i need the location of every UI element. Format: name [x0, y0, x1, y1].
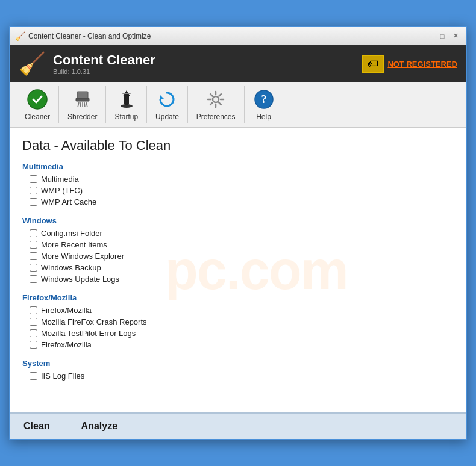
svg-line-18	[210, 94, 213, 96]
reg-badge-icon: 🏷	[362, 55, 384, 73]
list-item: Windows Backup	[30, 263, 451, 272]
toolbar-startup[interactable]: Startup	[106, 86, 147, 123]
svg-line-6	[84, 102, 85, 107]
item-label: Mozilla TestPilot Error Logs	[41, 329, 136, 338]
app-window: 🧹 Content Cleaner - Clean and Optimize —…	[9, 26, 467, 440]
section-title-firefox: Firefox/Mozilla	[22, 293, 451, 302]
section-title-windows: Windows	[22, 216, 451, 225]
checkbox-windows-backup[interactable]	[30, 264, 37, 272]
minimize-button[interactable]: —	[424, 31, 434, 42]
page-title: Data - Available To Clean	[22, 138, 454, 154]
list-item: WMP (TFC)	[30, 186, 451, 195]
toolbar-shredder[interactable]: Shredder	[59, 86, 106, 123]
toolbar-preferences[interactable]: Preferences	[188, 86, 245, 123]
list-item: Config.msi Folder	[30, 229, 451, 238]
checkbox-firefox-crash[interactable]	[30, 318, 37, 326]
toolbar-help[interactable]: ? Help	[245, 86, 283, 123]
item-label: More Windows Explorer	[41, 252, 124, 261]
list-item: More Recent Items	[30, 240, 451, 249]
item-label: Multimedia	[41, 175, 79, 184]
checkbox-windows-update-logs[interactable]	[30, 275, 37, 283]
shredder-icon	[72, 89, 93, 110]
cleaner-icon	[27, 89, 48, 110]
list-item: Firefox/Mozilla	[30, 306, 451, 315]
help-label: Help	[256, 113, 271, 121]
section-system: System IIS Log Files	[22, 359, 451, 381]
preferences-label: Preferences	[196, 113, 236, 121]
checkbox-recent-items[interactable]	[30, 241, 37, 249]
bottom-bar: Clean Analyze	[10, 412, 466, 439]
update-icon	[156, 89, 178, 110]
checkbox-wmp-tfc[interactable]	[30, 187, 37, 194]
analyze-button[interactable]: Analyze	[78, 420, 121, 433]
title-bar-text: Content Cleaner - Clean and Optimize	[28, 32, 420, 40]
header-right: 🏷 NOT REGISTERED	[362, 55, 457, 73]
svg-line-21	[210, 102, 213, 105]
content-inner: Data - Available To Clean Multimedia Mul…	[22, 138, 454, 403]
section-multimedia: Multimedia Multimedia WMP (TFC) WMP Art …	[22, 162, 451, 207]
not-registered-link[interactable]: NOT REGISTERED	[387, 60, 457, 69]
content-area: pc.com Data - Available To Clean Multime…	[10, 128, 466, 412]
svg-marker-12	[160, 95, 164, 99]
svg-line-7	[86, 102, 87, 107]
checkbox-wmp-art[interactable]	[30, 198, 37, 206]
startup-icon	[116, 89, 137, 110]
app-title: Content Cleaner	[53, 52, 155, 68]
list-item: Windows Update Logs	[30, 275, 451, 284]
section-windows: Windows Config.msi Folder More Recent It…	[22, 216, 451, 284]
list-item: Mozilla FireFox Crash Reports	[30, 317, 451, 326]
scroll-container[interactable]: Multimedia Multimedia WMP (TFC) WMP Art …	[22, 162, 454, 403]
list-item: More Windows Explorer	[30, 252, 451, 261]
header-left: 🧹 Content Cleaner Build: 1.0.31	[19, 51, 155, 76]
checkbox-windows-explorer[interactable]	[30, 252, 37, 260]
item-label: More Recent Items	[41, 240, 107, 249]
section-firefox: Firefox/Mozilla Firefox/Mozilla Mozilla …	[22, 293, 451, 349]
svg-point-0	[28, 90, 47, 109]
checkbox-firefox-1[interactable]	[30, 306, 37, 314]
checkbox-testpilot[interactable]	[30, 329, 37, 337]
title-bar-icon: 🧹	[15, 31, 25, 41]
toolbar-cleaner[interactable]: Cleaner	[16, 86, 59, 123]
item-label: WMP Art Cache	[41, 197, 96, 207]
svg-text:?: ?	[261, 93, 266, 105]
preferences-icon	[205, 89, 227, 110]
maximize-button[interactable]: □	[437, 31, 448, 42]
svg-line-20	[219, 94, 221, 96]
svg-line-4	[80, 102, 81, 107]
update-label: Update	[155, 113, 179, 121]
item-label: Firefox/Mozilla	[41, 306, 92, 315]
checkbox-firefox-2[interactable]	[30, 341, 37, 349]
list-item: Firefox/Mozilla	[30, 340, 451, 349]
app-header: 🧹 Content Cleaner Build: 1.0.31 🏷 NOT RE…	[10, 45, 466, 82]
build-label: Build: 1.0.31	[53, 68, 155, 75]
cleaner-label: Cleaner	[25, 113, 50, 121]
toolbar-update[interactable]: Update	[147, 86, 188, 123]
section-title-system: System	[22, 359, 451, 368]
checkbox-multimedia[interactable]	[30, 175, 37, 183]
list-item: WMP Art Cache	[30, 197, 451, 207]
svg-line-19	[219, 102, 221, 105]
svg-point-13	[213, 96, 219, 102]
item-label: Config.msi Folder	[41, 229, 102, 238]
close-button[interactable]: ✕	[450, 31, 461, 42]
item-label: WMP (TFC)	[41, 186, 83, 195]
checkbox-config-msi[interactable]	[30, 229, 37, 237]
toolbar: Cleaner Shredder	[10, 82, 466, 128]
list-item: Mozilla TestPilot Error Logs	[30, 329, 451, 338]
item-label: IIS Log Files	[41, 371, 84, 381]
broom-icon: 🧹	[19, 51, 46, 76]
section-title-multimedia: Multimedia	[22, 162, 451, 171]
list-item: IIS Log Files	[30, 371, 451, 381]
title-bar: 🧹 Content Cleaner - Clean and Optimize —…	[10, 27, 466, 45]
header-title-block: Content Cleaner Build: 1.0.31	[53, 52, 155, 75]
title-bar-controls: — □ ✕	[424, 31, 461, 42]
help-icon: ?	[253, 89, 275, 110]
item-label: Windows Backup	[41, 263, 101, 272]
shredder-label: Shredder	[67, 113, 97, 121]
clean-button[interactable]: Clean	[20, 420, 54, 433]
list-item: Multimedia	[30, 175, 451, 184]
item-label: Firefox/Mozilla	[41, 340, 92, 349]
startup-label: Startup	[114, 113, 138, 121]
checkbox-iis-log[interactable]	[30, 372, 37, 380]
svg-rect-11	[122, 93, 131, 94]
